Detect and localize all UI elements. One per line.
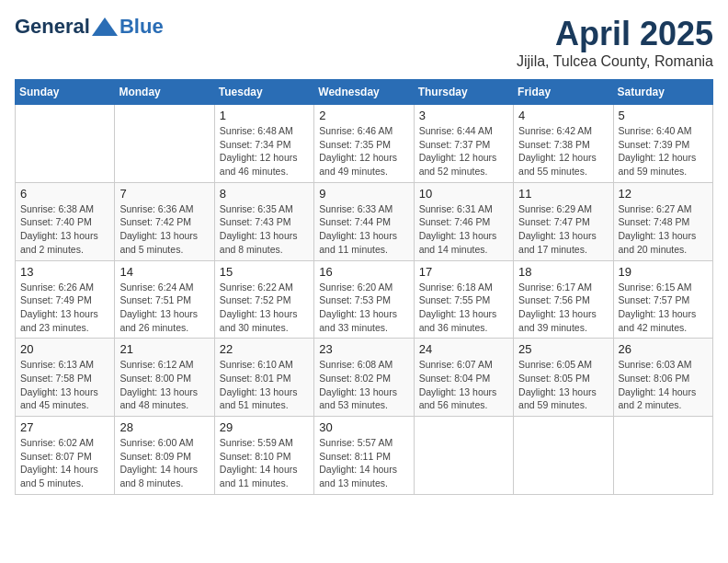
day-number: 6 — [20, 187, 109, 201]
weekday-header: Thursday — [414, 80, 513, 105]
day-info: Sunrise: 6:10 AM Sunset: 8:01 PM Dayligh… — [220, 358, 309, 412]
calendar-cell: 3Sunrise: 6:44 AM Sunset: 7:37 PM Daylig… — [414, 105, 513, 183]
day-info: Sunrise: 6:24 AM Sunset: 7:51 PM Dayligh… — [119, 281, 209, 335]
weekday-header: Saturday — [613, 80, 712, 105]
day-number: 3 — [419, 109, 508, 122]
calendar-cell: 14Sunrise: 6:24 AM Sunset: 7:51 PM Dayli… — [115, 260, 214, 339]
day-number: 19 — [619, 265, 708, 279]
calendar-cell — [514, 417, 613, 495]
weekday-row: SundayMondayTuesdayWednesdayThursdayFrid… — [16, 80, 713, 105]
calendar-cell: 8Sunrise: 6:35 AM Sunset: 7:43 PM Daylig… — [214, 182, 313, 260]
calendar-cell: 16Sunrise: 6:20 AM Sunset: 7:53 PM Dayli… — [314, 260, 414, 339]
calendar-cell: 24Sunrise: 6:07 AM Sunset: 8:04 PM Dayli… — [414, 339, 513, 417]
calendar-cell: 21Sunrise: 6:12 AM Sunset: 8:00 PM Dayli… — [115, 339, 214, 417]
day-info: Sunrise: 6:22 AM Sunset: 7:52 PM Dayligh… — [220, 281, 309, 335]
day-number: 26 — [619, 342, 708, 356]
day-number: 16 — [319, 265, 408, 279]
day-info: Sunrise: 6:29 AM Sunset: 7:47 PM Dayligh… — [518, 202, 608, 257]
calendar-cell: 18Sunrise: 6:17 AM Sunset: 7:56 PM Dayli… — [514, 260, 613, 339]
calendar-cell: 11Sunrise: 6:29 AM Sunset: 7:47 PM Dayli… — [514, 182, 613, 260]
day-info: Sunrise: 6:00 AM Sunset: 8:09 PM Dayligh… — [119, 436, 209, 490]
calendar-cell: 15Sunrise: 6:22 AM Sunset: 7:52 PM Dayli… — [214, 260, 313, 339]
day-info: Sunrise: 6:31 AM Sunset: 7:46 PM Dayligh… — [419, 202, 508, 257]
day-number: 25 — [518, 342, 608, 356]
weekday-header: Wednesday — [314, 80, 414, 105]
day-info: Sunrise: 6:38 AM Sunset: 7:40 PM Dayligh… — [20, 202, 109, 257]
day-number: 14 — [119, 265, 209, 279]
day-info: Sunrise: 6:15 AM Sunset: 7:57 PM Dayligh… — [619, 281, 708, 335]
day-info: Sunrise: 6:03 AM Sunset: 8:06 PM Dayligh… — [619, 358, 708, 412]
calendar-cell: 13Sunrise: 6:26 AM Sunset: 7:49 PM Dayli… — [16, 260, 115, 339]
day-info: Sunrise: 6:46 AM Sunset: 7:35 PM Dayligh… — [319, 124, 408, 178]
day-info: Sunrise: 6:13 AM Sunset: 7:58 PM Dayligh… — [20, 358, 109, 412]
day-info: Sunrise: 6:20 AM Sunset: 7:53 PM Dayligh… — [319, 281, 408, 335]
day-number: 28 — [119, 420, 209, 434]
page-title: April 2025 — [517, 15, 713, 53]
calendar-cell: 7Sunrise: 6:36 AM Sunset: 7:42 PM Daylig… — [115, 182, 214, 260]
day-info: Sunrise: 5:57 AM Sunset: 8:11 PM Dayligh… — [319, 436, 408, 490]
day-number: 11 — [518, 187, 608, 201]
day-number: 9 — [319, 187, 408, 201]
page-header: General Blue April 2025 Jijila, Tulcea C… — [15, 15, 713, 70]
day-number: 7 — [119, 187, 209, 201]
calendar-cell: 28Sunrise: 6:00 AM Sunset: 8:09 PM Dayli… — [115, 417, 214, 495]
svg-marker-0 — [92, 17, 118, 36]
calendar-cell: 9Sunrise: 6:33 AM Sunset: 7:44 PM Daylig… — [314, 182, 414, 260]
day-info: Sunrise: 6:33 AM Sunset: 7:44 PM Dayligh… — [319, 202, 408, 257]
day-number: 23 — [319, 342, 408, 356]
day-number: 5 — [619, 109, 708, 122]
calendar-cell: 1Sunrise: 6:48 AM Sunset: 7:34 PM Daylig… — [214, 105, 313, 183]
calendar-cell — [414, 417, 513, 495]
day-number: 8 — [220, 187, 309, 201]
calendar-cell: 23Sunrise: 6:08 AM Sunset: 8:02 PM Dayli… — [314, 339, 414, 417]
day-number: 12 — [619, 187, 708, 201]
day-info: Sunrise: 6:40 AM Sunset: 7:39 PM Dayligh… — [619, 124, 708, 178]
logo-blue-text: Blue — [119, 15, 164, 39]
weekday-header: Sunday — [16, 80, 115, 105]
day-number: 21 — [119, 342, 209, 356]
calendar-cell: 27Sunrise: 6:02 AM Sunset: 8:07 PM Dayli… — [16, 417, 115, 495]
day-number: 15 — [220, 265, 309, 279]
calendar-cell — [613, 417, 712, 495]
day-info: Sunrise: 6:12 AM Sunset: 8:00 PM Dayligh… — [119, 358, 209, 412]
weekday-header: Friday — [514, 80, 613, 105]
calendar-cell — [16, 105, 115, 183]
page-subtitle: Jijila, Tulcea County, Romania — [517, 53, 713, 70]
calendar-week-row: 20Sunrise: 6:13 AM Sunset: 7:58 PM Dayli… — [16, 339, 713, 417]
calendar-week-row: 13Sunrise: 6:26 AM Sunset: 7:49 PM Dayli… — [16, 260, 713, 339]
day-info: Sunrise: 6:02 AM Sunset: 8:07 PM Dayligh… — [20, 436, 109, 490]
day-info: Sunrise: 6:35 AM Sunset: 7:43 PM Dayligh… — [220, 202, 309, 257]
day-number: 4 — [518, 109, 608, 122]
day-number: 29 — [220, 420, 309, 434]
calendar-cell: 29Sunrise: 5:59 AM Sunset: 8:10 PM Dayli… — [214, 417, 313, 495]
day-info: Sunrise: 6:27 AM Sunset: 7:48 PM Dayligh… — [619, 202, 708, 257]
day-number: 18 — [518, 265, 608, 279]
calendar-cell: 30Sunrise: 5:57 AM Sunset: 8:11 PM Dayli… — [314, 417, 414, 495]
calendar-week-row: 27Sunrise: 6:02 AM Sunset: 8:07 PM Dayli… — [16, 417, 713, 495]
day-info: Sunrise: 6:17 AM Sunset: 7:56 PM Dayligh… — [518, 281, 608, 335]
calendar-cell: 2Sunrise: 6:46 AM Sunset: 7:35 PM Daylig… — [314, 105, 414, 183]
calendar-cell: 6Sunrise: 6:38 AM Sunset: 7:40 PM Daylig… — [16, 182, 115, 260]
day-number: 13 — [20, 265, 109, 279]
calendar-cell: 5Sunrise: 6:40 AM Sunset: 7:39 PM Daylig… — [613, 105, 712, 183]
day-number: 30 — [319, 420, 408, 434]
day-info: Sunrise: 6:48 AM Sunset: 7:34 PM Dayligh… — [220, 124, 309, 178]
calendar-cell: 10Sunrise: 6:31 AM Sunset: 7:46 PM Dayli… — [414, 182, 513, 260]
calendar-cell: 22Sunrise: 6:10 AM Sunset: 8:01 PM Dayli… — [214, 339, 313, 417]
calendar-cell: 4Sunrise: 6:42 AM Sunset: 7:38 PM Daylig… — [514, 105, 613, 183]
logo-icon — [92, 17, 118, 36]
day-info: Sunrise: 6:08 AM Sunset: 8:02 PM Dayligh… — [319, 358, 408, 412]
calendar-cell: 12Sunrise: 6:27 AM Sunset: 7:48 PM Dayli… — [613, 182, 712, 260]
calendar-body: 1Sunrise: 6:48 AM Sunset: 7:34 PM Daylig… — [16, 105, 713, 495]
calendar-cell: 17Sunrise: 6:18 AM Sunset: 7:55 PM Dayli… — [414, 260, 513, 339]
day-number: 2 — [319, 109, 408, 122]
day-info: Sunrise: 6:05 AM Sunset: 8:05 PM Dayligh… — [518, 358, 608, 412]
day-number: 1 — [220, 109, 309, 122]
calendar-cell: 20Sunrise: 6:13 AM Sunset: 7:58 PM Dayli… — [16, 339, 115, 417]
calendar-cell: 25Sunrise: 6:05 AM Sunset: 8:05 PM Dayli… — [514, 339, 613, 417]
day-info: Sunrise: 6:42 AM Sunset: 7:38 PM Dayligh… — [518, 124, 608, 178]
day-info: Sunrise: 6:44 AM Sunset: 7:37 PM Dayligh… — [419, 124, 508, 178]
day-number: 24 — [419, 342, 508, 356]
day-info: Sunrise: 6:07 AM Sunset: 8:04 PM Dayligh… — [419, 358, 508, 412]
calendar-week-row: 1Sunrise: 6:48 AM Sunset: 7:34 PM Daylig… — [16, 105, 713, 183]
